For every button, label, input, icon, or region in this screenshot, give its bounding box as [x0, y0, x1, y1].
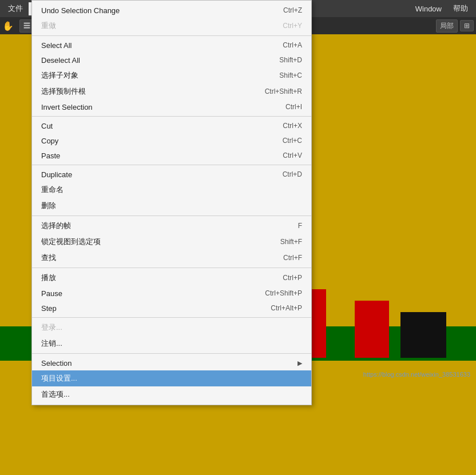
pixel-decoration-2 [400, 312, 446, 358]
shortcut-undo: Ctrl+Z [283, 6, 302, 14]
shortcut-frame-selection: F [298, 222, 302, 230]
menu-item-label-select-all: Select All [41, 41, 260, 50]
menu-item-redo: 重做Ctrl+Y [32, 18, 311, 34]
shortcut-step: Ctrl+Alt+P [271, 304, 302, 312]
menu-divider-12 [32, 165, 311, 165]
shortcut-cut: Ctrl+X [283, 122, 302, 130]
menu-item-label-select-prefab-root: 选择预制件根 [41, 86, 242, 97]
menu-item-select-all[interactable]: Select AllCtrl+A [32, 38, 311, 53]
menu-item-lock-view[interactable]: 锁定视图到选定项Shift+F [32, 234, 311, 250]
menu-item-undo[interactable]: Undo Selection ChangeCtrl+Z [32, 3, 311, 18]
menu-item-label-delete: 删除 [41, 201, 302, 211]
menu-item-duplicate[interactable]: DuplicateCtrl+D [32, 167, 311, 182]
menu-item-label-find: 查找 [41, 253, 260, 263]
menu-item-label-copy: Copy [41, 137, 260, 145]
menu-item-selection[interactable]: Selection▶ [32, 356, 311, 370]
menu-item-logout[interactable]: 注销... [32, 336, 311, 352]
menubar-item-window[interactable]: Window [410, 2, 447, 15]
pixel-character-2 [355, 301, 389, 358]
grid-btn[interactable]: ⊞ [460, 20, 474, 31]
menu-item-select-children[interactable]: 选择子对象Shift+C [32, 67, 311, 83]
menu-item-label-undo: Undo Selection Change [41, 6, 260, 15]
shortcut-find: Ctrl+F [283, 254, 302, 262]
menu-item-preferences[interactable]: 首选项... [32, 386, 311, 402]
menu-item-pause[interactable]: PauseCtrl+Shift+P [32, 286, 311, 301]
menu-item-label-invert-selection: Invert Selection [41, 103, 263, 111]
shortcut-paste: Ctrl+V [283, 151, 302, 159]
menu-item-find[interactable]: 查找Ctrl+F [32, 250, 311, 266]
menu-item-label-pause: Pause [41, 289, 242, 298]
menu-item-label-rename: 重命名 [41, 185, 302, 195]
menu-item-label-redo: 重做 [41, 21, 260, 31]
menu-item-play[interactable]: 播放Ctrl+P [32, 270, 311, 286]
menu-divider-16 [32, 215, 311, 216]
menu-item-login: 登录... [32, 320, 311, 336]
shortcut-select-children: Shift+C [279, 71, 302, 79]
menu-item-copy[interactable]: CopyCtrl+C [32, 133, 311, 148]
menu-item-paste[interactable]: PasteCtrl+V [32, 148, 311, 163]
menu-item-label-login: 登录... [41, 322, 302, 333]
menu-item-label-step: Step [41, 304, 248, 313]
menu-item-label-selection: Selection [41, 359, 298, 368]
menu-item-project-settings[interactable]: 项目设置... [32, 370, 311, 386]
shortcut-play: Ctrl+P [283, 274, 302, 282]
submenu-arrow-selection: ▶ [298, 360, 302, 367]
menu-item-label-select-children: 选择子对象 [41, 70, 256, 81]
menu-item-label-deselect-all: Deselect All [41, 56, 256, 65]
menu-item-label-preferences: 首选项... [41, 389, 302, 400]
shortcut-deselect-all: Shift+D [279, 56, 302, 64]
shortcut-select-prefab-root: Ctrl+Shift+R [265, 87, 302, 95]
shortcut-select-all: Ctrl+A [283, 41, 302, 49]
shortcut-copy: Ctrl+C [283, 137, 302, 145]
watermark: https://blog.csdn.net/weixin_38531633 [363, 371, 470, 378]
menu-divider-20 [32, 268, 311, 268]
menu-item-cut[interactable]: CutCtrl+X [32, 118, 311, 133]
edit-dropdown-menu: Undo Selection ChangeCtrl+Z重做Ctrl+YSelec… [31, 0, 312, 405]
menu-item-delete[interactable]: 删除 [32, 198, 311, 214]
menubar-item-help[interactable]: 帮助 [447, 1, 474, 16]
shortcut-pause: Ctrl+Shift+P [265, 289, 302, 297]
shortcut-invert-selection: Ctrl+I [285, 103, 302, 111]
menu-item-label-cut: Cut [41, 122, 260, 130]
shortcut-redo: Ctrl+Y [283, 22, 302, 30]
menu-item-step[interactable]: StepCtrl+Alt+P [32, 301, 311, 316]
menu-divider-2 [32, 35, 311, 36]
menu-item-label-frame-selection: 选择的帧 [41, 221, 275, 231]
menu-item-label-logout: 注销... [41, 338, 302, 349]
menu-item-label-lock-view: 锁定视图到选定项 [41, 237, 257, 247]
menu-item-deselect-all[interactable]: Deselect AllShift+D [32, 53, 311, 67]
menu-divider-24 [32, 317, 311, 318]
menu-item-select-prefab-root[interactable]: 选择预制件根Ctrl+Shift+R [32, 83, 311, 99]
menu-item-invert-selection[interactable]: Invert SelectionCtrl+I [32, 99, 311, 114]
shortcut-lock-view: Shift+F [280, 238, 302, 246]
menu-item-rename[interactable]: 重命名 [32, 182, 311, 198]
menu-item-label-paste: Paste [41, 151, 260, 160]
local-btn[interactable]: 局部 [436, 19, 458, 33]
hand-icon: ✋ [2, 21, 14, 31]
shortcut-duplicate: Ctrl+D [283, 170, 302, 178]
menu-item-frame-selection[interactable]: 选择的帧F [32, 218, 311, 234]
menu-item-label-play: 播放 [41, 273, 260, 283]
menu-divider-8 [32, 116, 311, 117]
menu-item-label-project-settings: 项目设置... [41, 373, 302, 384]
menu-item-label-duplicate: Duplicate [41, 170, 260, 179]
menubar-item-file[interactable]: 文件 [2, 1, 29, 16]
menu-divider-27 [32, 353, 311, 354]
